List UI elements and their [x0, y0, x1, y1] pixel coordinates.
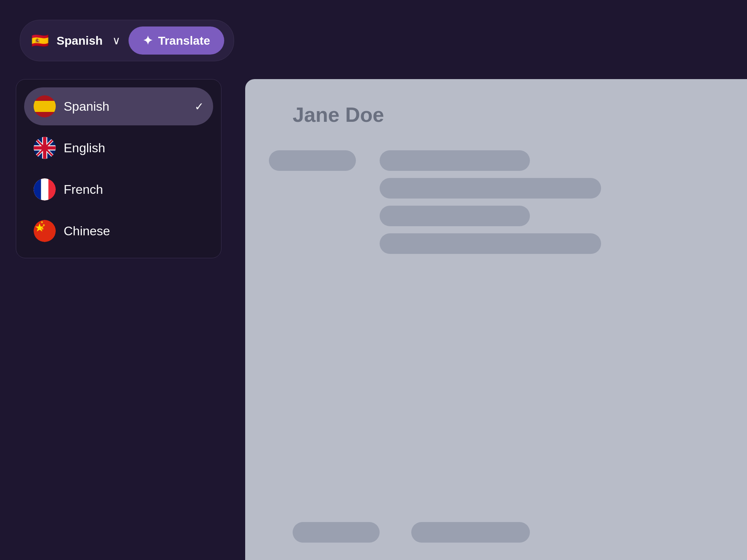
svg-rect-18 [34, 220, 56, 242]
bottom-skeleton-2 [411, 522, 530, 543]
skeleton-bar-3 [380, 178, 601, 199]
selected-flag: 🇪🇸 [30, 30, 50, 51]
selected-language-label: Spanish [57, 34, 103, 47]
dropdown-item-spanish[interactable]: Spanish ✓ [24, 87, 213, 125]
chevron-down-icon: ∨ [112, 34, 121, 47]
svg-rect-16 [34, 178, 41, 201]
french-flag-icon [34, 178, 56, 201]
profile-card: Jane Doe [245, 79, 747, 560]
chinese-label: Chinese [64, 224, 204, 238]
translate-button[interactable]: ✦ Translate [129, 26, 225, 55]
svg-rect-1 [34, 101, 56, 112]
bottom-skeleton-1 [293, 522, 380, 543]
profile-skeleton-col-left [269, 150, 356, 262]
french-label: French [64, 182, 204, 197]
dropdown-item-english[interactable]: English [24, 129, 213, 167]
skeleton-bar-1 [269, 150, 356, 171]
divider-2 [24, 168, 213, 169]
dropdown-item-french[interactable]: French [24, 170, 213, 208]
language-dropdown: Spanish ✓ [16, 79, 221, 258]
english-label: English [64, 141, 204, 155]
divider-1 [24, 127, 213, 127]
language-selector[interactable]: 🇪🇸 Spanish ∨ [30, 30, 121, 51]
profile-skeleton-col-right [380, 150, 723, 262]
profile-section-1 [269, 150, 723, 262]
spanish-flag-icon [34, 95, 56, 117]
skeleton-bar-4 [380, 206, 530, 226]
selected-checkmark: ✓ [195, 100, 204, 113]
translate-button-label: Translate [158, 34, 210, 47]
spanish-label: Spanish [64, 99, 187, 114]
header-bar: 🇪🇸 Spanish ∨ ✦ Translate [20, 20, 234, 61]
dropdown-item-chinese[interactable]: Chinese [24, 212, 213, 250]
divider-3 [24, 210, 213, 210]
profile-name: Jane Doe [269, 103, 723, 127]
english-flag-icon [34, 137, 56, 159]
skeleton-bar-5 [380, 233, 601, 254]
chinese-flag-icon [34, 220, 56, 242]
skeleton-bar-2 [380, 150, 530, 171]
sparkle-icon: ✦ [143, 34, 153, 47]
profile-card-bottom [245, 505, 747, 560]
